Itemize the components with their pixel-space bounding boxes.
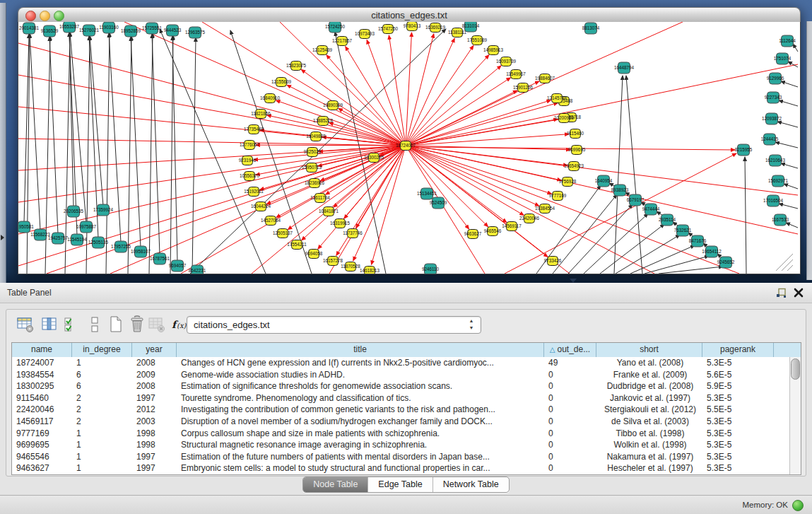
node-label: 14618213 (360, 268, 380, 273)
sort-ascending-icon: △ (550, 346, 555, 354)
select-columns-icon[interactable] (63, 315, 81, 334)
network-edge (406, 146, 567, 165)
table-cell: Dudbridge et al. (2008) (596, 380, 702, 392)
right-panel-edge[interactable] (806, 21, 812, 280)
network-table-select[interactable]: citations_edges.txt ▲▼ (187, 316, 481, 334)
memory-ok-icon (792, 500, 804, 511)
network-edge (777, 122, 798, 127)
column-header-year[interactable]: year (132, 343, 177, 357)
table-row[interactable]: 977716911998Corpus callosum shape and si… (12, 428, 790, 440)
tab-network-table[interactable]: Network Table (433, 477, 509, 492)
node-label: 9227343 (765, 95, 782, 100)
node-label: 8813074 (582, 25, 600, 30)
network-edge (406, 134, 569, 146)
select-stepper-icon[interactable]: ▲▼ (466, 317, 476, 332)
node-label: 18300295 (364, 155, 384, 160)
column-header-title[interactable]: title (177, 343, 544, 357)
table-cell: 2 (72, 392, 132, 404)
node-label: 8471676 (689, 238, 707, 243)
merge-rows-icon[interactable] (86, 315, 104, 334)
tab-edge-table[interactable]: Edge Table (368, 477, 433, 492)
table-row[interactable]: 911546021997Tourette syndrome. Phenomeno… (12, 392, 790, 404)
node-label: 11870528 (341, 264, 360, 269)
node-label: 16044224 (251, 204, 271, 209)
delete-table-icon[interactable] (148, 315, 166, 334)
float-panel-icon[interactable] (776, 288, 787, 298)
table-cell: 1998 (132, 428, 177, 440)
node-label: 16840910 (260, 95, 281, 100)
table-cell: Embryonic stem cells: a model to study s… (177, 462, 544, 474)
node-label: 16210643 (765, 158, 786, 163)
new-file-icon[interactable] (107, 315, 125, 334)
table-mode-icon[interactable] (16, 315, 35, 334)
table-row[interactable]: 1830029562008Estimation of significance … (12, 380, 790, 392)
node-label: 14569117 (502, 223, 522, 228)
table-cell: 6 (72, 369, 132, 381)
column-header-in_degree[interactable]: in_degree (72, 343, 132, 357)
table-cell: 1 (72, 439, 132, 451)
network-edge (406, 146, 548, 257)
node-label: 9325028 (304, 149, 322, 154)
node-label: 15725551 (142, 25, 163, 30)
show-columns-icon[interactable] (40, 315, 59, 334)
column-header-pagerank[interactable]: pagerank (702, 343, 774, 357)
node-label: 9756928 (559, 179, 577, 184)
column-header-out_de[interactable]: △out_de... (544, 343, 596, 357)
table-cell: 5.5E-5 (702, 404, 774, 416)
table-row[interactable]: 2242004622012Investigating the contribut… (12, 404, 790, 416)
table-cell: 0 (544, 439, 596, 451)
network-edge (781, 163, 798, 168)
tab-node-table[interactable]: Node Table (303, 477, 368, 492)
network-window-titlebar[interactable]: citations_edges.txt (18, 7, 801, 23)
node-label: 16157278 (323, 258, 343, 263)
status-bar: Memory: OK (0, 495, 812, 514)
column-header-name[interactable]: name (12, 343, 72, 357)
close-panel-icon[interactable] (794, 288, 804, 298)
column-header-short[interactable]: short (596, 343, 702, 357)
node-label: 15950713 (302, 165, 322, 170)
network-window-title: citations_edges.txt (18, 10, 800, 21)
node-label: 9699695 (568, 147, 586, 152)
memory-status-label: Memory: OK (742, 501, 788, 509)
table-cell: 2012 (132, 404, 177, 416)
table-cell: Wolkin et al. (1998) (596, 439, 702, 451)
expand-left-panel-icon[interactable] (1, 235, 4, 240)
node-label: 9474444 (642, 206, 660, 211)
table-cell: Yano et al. (2008) (596, 357, 702, 369)
node-label: 17554211 (287, 242, 307, 247)
node-label: 15192011 (244, 189, 264, 194)
scrollbar-thumb[interactable] (791, 358, 800, 380)
network-edge (784, 184, 798, 189)
node-label: 16369219 (425, 25, 446, 30)
table-body: 1872400712008Changes of HCN gene express… (12, 357, 790, 474)
network-edge (659, 267, 723, 274)
node-label: 11381111 (448, 30, 467, 35)
network-edge (192, 37, 196, 274)
network-canvas[interactable]: 1872400715823075121556391684091011821856… (18, 22, 800, 274)
table-row[interactable]: 946554611997Estimation of the future num… (12, 451, 790, 463)
table-row[interactable]: 946362711997Embryonic stem cells: a mode… (12, 462, 790, 474)
left-panel-edge[interactable] (0, 3, 6, 283)
node-label: 12145748 (547, 95, 567, 100)
table-row[interactable]: 1872400712008Changes of HCN gene express… (12, 357, 790, 369)
table-tab-group: Node TableEdge TableNetwork Table (302, 477, 509, 493)
table-cell: 2 (72, 404, 132, 416)
table-cell: 0 (544, 369, 596, 381)
node-label: 15276021 (79, 28, 100, 33)
network-edge (787, 265, 793, 271)
network-view-window: citations_edges.txt 18724007158230751215… (18, 7, 801, 274)
table-row[interactable]: 969969511998Structural magnetic resonanc… (12, 439, 790, 451)
network-edge (745, 157, 746, 274)
node-label: 15692971 (768, 178, 789, 183)
network-edge (630, 245, 695, 274)
node-label: 9115460 (567, 131, 584, 136)
table-vertical-scrollbar[interactable] (789, 357, 801, 474)
node-label: 15747250 (378, 26, 399, 31)
node-label: 11821856 (251, 111, 271, 116)
table-cell: Stergiakouli et al. (2012) (596, 404, 702, 416)
network-edge (149, 33, 153, 274)
delete-icon[interactable] (128, 315, 146, 334)
node-label: 12505135 (88, 240, 109, 245)
table-row[interactable]: 1456911722003Disruption of a novel membe… (12, 416, 790, 428)
table-row[interactable]: 1938455462009Genome-wide association stu… (12, 369, 790, 381)
